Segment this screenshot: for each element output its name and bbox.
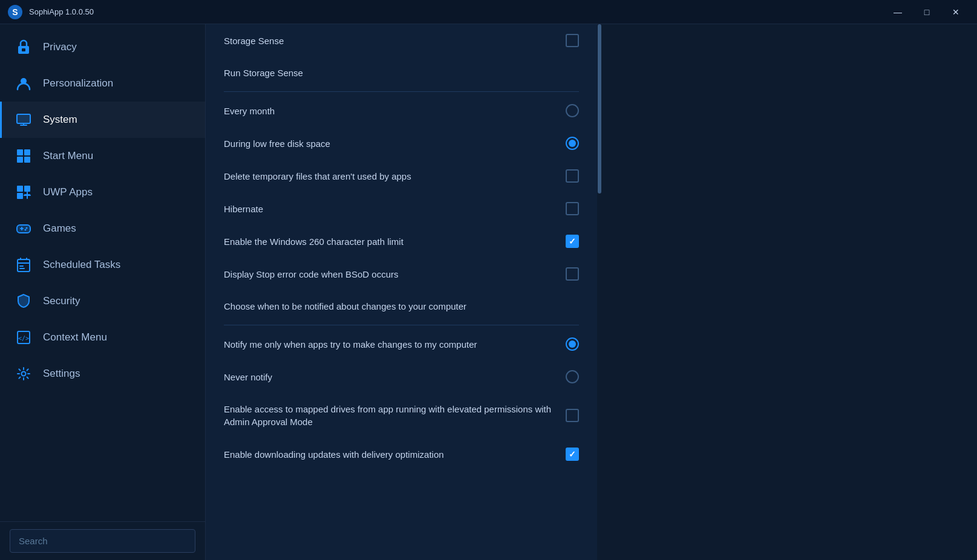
settings-row-every-month: Every month [224,94,579,127]
delivery-opt-checkbox[interactable] [566,448,579,461]
maximize-button[interactable]: □ [913,2,941,22]
content-area: Storage Sense Run Storage Sense Every mo… [206,24,602,560]
divider-1 [224,91,579,92]
uwp-apps-icon [14,183,33,202]
context-menu-icon: </> [14,328,33,347]
win260-checkbox[interactable] [566,235,579,248]
sidebar-item-personalization[interactable]: Personalization [0,65,205,102]
settings-row-mapped-drives: Enable access to mapped drives from app … [224,393,579,438]
sidebar-item-scheduled-tasks[interactable]: Scheduled Tasks [0,247,205,283]
start-menu-icon [14,146,33,166]
settings-row-storage-sense: Storage Sense [224,24,579,57]
svg-point-21 [22,372,26,376]
security-icon [14,291,33,311]
settings-row-bsod: Display Stop error code when BSoD occurs [224,258,579,290]
sidebar-item-security[interactable]: Security [0,283,205,319]
settings-row-delete-temp: Delete temporary files that aren't used … [224,160,579,192]
settings-row-low-disk: During low free disk space [224,127,579,160]
sidebar-nav: Privacy Personalization [0,24,205,521]
sidebar-item-start-menu-label: Start Menu [43,150,93,162]
mapped-drives-checkbox[interactable] [566,409,579,422]
app-logo: S [7,4,23,20]
settings-row-run-storage-sense: Run Storage Sense [224,57,579,89]
settings-row-hibernate: Hibernate [224,192,579,225]
svg-text:</>: </> [18,335,29,342]
sidebar-item-games-label: Games [43,223,76,235]
sidebar-item-uwp-apps[interactable]: UWP Apps [0,174,205,210]
scrollbar-track[interactable] [597,24,602,560]
sidebar-item-system-label: System [43,114,77,126]
svg-text:S: S [12,7,18,17]
svg-rect-10 [24,157,30,163]
svg-point-16 [26,227,28,229]
hibernate-label: Hibernate [224,203,554,215]
svg-rect-12 [24,186,30,192]
run-storage-sense-label: Run Storage Sense [224,67,579,79]
close-button[interactable]: ✕ [942,2,970,22]
sidebar-item-start-menu[interactable]: Start Menu [0,138,205,174]
sidebar-item-scheduled-tasks-label: Scheduled Tasks [43,259,120,271]
personalization-icon [14,74,33,93]
svg-rect-8 [24,149,30,155]
settings-row-never-notify: Never notify [224,360,579,393]
games-icon [14,219,33,238]
window-controls: — □ ✕ [884,2,970,22]
privacy-icon [14,37,33,57]
titlebar: S SophiApp 1.0.0.50 — □ ✕ [0,0,977,24]
svg-rect-6 [17,114,30,123]
settings-row-uac-header: Choose when to be notified about changes… [224,290,579,322]
sidebar-item-context-menu-label: Context Menu [43,331,107,343]
every-month-radio[interactable] [566,104,579,117]
uac-header-label: Choose when to be notified about changes… [224,300,579,313]
svg-rect-18 [18,259,30,272]
never-notify-label: Never notify [224,371,554,383]
svg-rect-3 [22,48,25,51]
divider-2 [224,325,579,325]
svg-point-17 [25,229,27,231]
sidebar-item-settings-label: Settings [43,368,80,380]
search-input[interactable] [10,529,195,553]
svg-rect-13 [17,193,23,199]
notify-apps-label: Notify me only when apps try to make cha… [224,338,554,351]
bsod-checkbox[interactable] [566,267,579,281]
settings-row-win260: Enable the Windows 260 character path li… [224,225,579,258]
delete-temp-checkbox[interactable] [566,169,579,183]
every-month-label: Every month [224,105,554,117]
settings-list: Storage Sense Run Storage Sense Every mo… [206,24,597,470]
content-scroll[interactable]: Storage Sense Run Storage Sense Every mo… [206,24,597,560]
settings-icon [14,364,33,383]
sidebar-item-system[interactable]: System [0,102,205,138]
delivery-opt-label: Enable downloading updates with delivery… [224,448,554,461]
svg-rect-7 [17,149,23,155]
svg-rect-9 [17,157,23,163]
low-disk-label: During low free disk space [224,137,554,150]
sidebar-item-uwp-apps-label: UWP Apps [43,186,93,198]
svg-rect-11 [17,186,23,192]
sidebar-item-games[interactable]: Games [0,210,205,247]
storage-sense-checkbox[interactable] [566,34,579,47]
hibernate-checkbox[interactable] [566,202,579,215]
minimize-button[interactable]: — [884,2,912,22]
delete-temp-label: Delete temporary files that aren't used … [224,170,554,183]
app-title: SophiApp 1.0.0.50 [29,7,884,16]
settings-row-delivery-opt: Enable downloading updates with delivery… [224,438,579,470]
never-notify-radio[interactable] [566,370,579,383]
win260-label: Enable the Windows 260 character path li… [224,235,554,248]
notify-apps-radio[interactable] [566,337,579,351]
svg-rect-15 [17,225,30,233]
mapped-drives-label: Enable access to mapped drives from app … [224,403,554,428]
sidebar-item-privacy-label: Privacy [43,41,77,53]
sidebar-item-personalization-label: Personalization [43,77,113,90]
sidebar-search-area [0,521,205,560]
sidebar-item-settings[interactable]: Settings [0,356,205,392]
scheduled-tasks-icon [14,255,33,275]
storage-sense-label: Storage Sense [224,34,554,47]
low-disk-radio[interactable] [566,137,579,150]
sidebar-item-context-menu[interactable]: </> Context Menu [0,319,205,356]
settings-row-notify-apps: Notify me only when apps try to make cha… [224,328,579,360]
bsod-label: Display Stop error code when BSoD occurs [224,268,554,281]
system-icon [14,110,33,129]
scrollbar-thumb[interactable] [598,24,601,194]
sidebar-item-privacy[interactable]: Privacy [0,29,205,65]
app-body: Privacy Personalization [0,24,977,560]
